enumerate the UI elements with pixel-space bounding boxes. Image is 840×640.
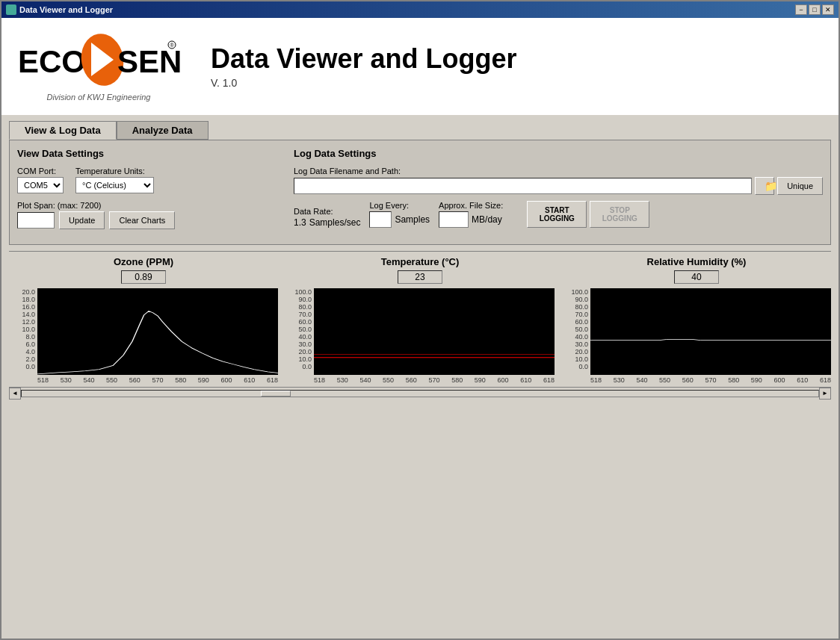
divider <box>9 251 831 252</box>
humidity-chart-wrapper: 100.0 90.0 80.0 70.0 60.0 50.0 40.0 30.0… <box>562 288 831 384</box>
temperature-chart-title: Temperature (°C) <box>381 256 460 267</box>
title-bar: Data Viewer and Logger − □ ✕ <box>1 1 839 18</box>
title-bar-buttons: − □ ✕ <box>795 4 834 15</box>
ozone-value: 0.89 <box>121 270 166 284</box>
ozone-svg <box>37 288 278 375</box>
start-logging-button[interactable]: START LOGGING <box>527 201 587 228</box>
com-port-row: COM Port: COM5 COM1 COM2 COM3 COM4 Tempe… <box>17 167 286 193</box>
file-size-row: 3.7 MB/day <box>439 211 503 228</box>
temperature-value: 23 <box>398 270 442 284</box>
humidity-svg <box>590 288 831 375</box>
humidity-chart-and-xaxis: 518 530 540 550 560 570 580 590 600 610 … <box>590 288 831 384</box>
scrollbar-track <box>21 390 819 397</box>
ozone-y-axis: 20.0 18.0 16.0 14.0 12.0 10.0 8.0 6.0 4.… <box>9 288 37 384</box>
plot-span-group: Plot Span: (max: 7200) 100 Update Clear … <box>17 201 175 229</box>
tab-view-log-label: View & Log Data <box>25 125 101 136</box>
stop-logging-button[interactable]: STOP LOGGING <box>590 201 649 228</box>
temperature-svg <box>314 288 555 375</box>
app-title: Data Viewer and Logger <box>211 44 824 74</box>
ozone-x-axis: 518 530 540 550 560 570 580 590 600 610 … <box>37 375 278 384</box>
title-bar-text: Data Viewer and Logger <box>6 4 113 15</box>
svg-rect-7 <box>314 288 555 375</box>
temperature-y-axis: 100.0 90.0 80.0 70.0 60.0 50.0 40.0 30.0… <box>285 288 314 384</box>
header: ECO SENSORS ® Division of KWJ Engineerin… <box>1 18 839 115</box>
humidity-chart-title: Relative Humidity (%) <box>647 256 747 267</box>
data-rate-value-row: 1.3 Samples/sec <box>294 217 360 228</box>
plot-span-input[interactable]: 100 <box>17 212 55 229</box>
logo-area: ECO SENSORS ® Division of KWJ Engineerin… <box>16 31 181 102</box>
logo-subtitle: Division of KWJ Engineering <box>47 93 151 102</box>
ozone-chart-container: Ozone (PPM) 0.89 20.0 18.0 16.0 14.0 12.… <box>9 256 278 384</box>
app-title-area: Data Viewer and Logger V. 1.0 <box>211 44 824 89</box>
humidity-canvas <box>590 288 831 375</box>
temp-units-group: Temperature Units: °C (Celcius) °F (Fahr… <box>75 167 154 193</box>
view-data-panel: View Data Settings COM Port: COM5 COM1 C… <box>17 148 286 237</box>
humidity-x-axis: 518 530 540 550 560 570 580 590 600 610 … <box>590 375 831 384</box>
view-data-title: View Data Settings <box>17 148 286 159</box>
temperature-chart-and-xaxis: 518 530 540 550 560 570 580 590 600 610 … <box>314 288 555 384</box>
data-rate-unit: Samples/sec <box>309 217 361 228</box>
humidity-chart-container: Relative Humidity (%) 40 100.0 90.0 80.0… <box>562 256 831 384</box>
com-port-select[interactable]: COM5 COM1 COM2 COM3 COM4 <box>17 177 64 193</box>
data-rate-label: Data Rate: <box>294 207 360 216</box>
log-every-group: Log Every: 1 Samples <box>369 201 430 228</box>
com-port-label: COM Port: <box>17 167 64 175</box>
title-bar-label: Data Viewer and Logger <box>19 5 113 14</box>
temperature-chart-container: Temperature (°C) 23 100.0 90.0 80.0 70.0… <box>285 256 555 384</box>
file-size-group: Approx. File Size: 3.7 MB/day <box>439 201 503 228</box>
minimize-button[interactable]: − <box>795 4 807 15</box>
temp-units-label: Temperature Units: <box>75 167 154 175</box>
log-filename-group: Log Data Filename and Path: C:\2012-11-1… <box>294 167 823 195</box>
plot-span-label: Plot Span: (max: 7200) <box>17 201 175 210</box>
plot-span-row: Plot Span: (max: 7200) 100 Update Clear … <box>17 201 286 229</box>
app-version: V. 1.0 <box>211 77 824 89</box>
svg-text:ECO: ECO <box>18 44 86 79</box>
ozone-chart-and-xaxis: 518 530 540 550 560 570 580 590 600 610 … <box>37 288 278 384</box>
close-button[interactable]: ✕ <box>822 4 834 15</box>
svg-rect-6 <box>37 288 278 375</box>
scroll-left-button[interactable]: ◄ <box>9 388 21 400</box>
log-every-unit: Samples <box>395 214 430 225</box>
main-content: View Data Settings COM Port: COM5 COM1 C… <box>1 140 839 639</box>
svg-text:SENSORS: SENSORS <box>117 44 181 79</box>
logo-image: ECO SENSORS ® <box>16 31 181 91</box>
svg-text:®: ® <box>170 43 175 48</box>
log-filename-label: Log Data Filename and Path: <box>294 167 823 175</box>
temperature-x-axis: 518 530 540 550 560 570 580 590 600 610 … <box>314 375 555 384</box>
log-every-input[interactable]: 1 <box>369 211 392 228</box>
temp-units-select[interactable]: °C (Celcius) °F (Fahrenheit) K (Kelvin) <box>75 177 154 193</box>
tabs-area: View & Log Data Analyze Data <box>1 115 839 140</box>
log-data-panel: Log Data Settings Log Data Filename and … <box>294 148 823 237</box>
tab-analyze[interactable]: Analyze Data <box>117 121 209 140</box>
file-size-label: Approx. File Size: <box>439 201 503 210</box>
clear-charts-button[interactable]: Clear Charts <box>109 211 175 229</box>
maximize-button[interactable]: □ <box>809 4 821 15</box>
tab-analyze-label: Analyze Data <box>132 125 193 136</box>
log-filename-input[interactable]: C:\2012-11-19-082634-EcoSensors-Data.txt <box>294 178 752 194</box>
horizontal-scrollbar[interactable]: ◄ ► <box>9 387 831 399</box>
main-window: Data Viewer and Logger − □ ✕ ECO SENSORS… <box>0 0 840 640</box>
data-rate-value: 1.3 <box>294 217 306 228</box>
ozone-canvas <box>37 288 278 375</box>
folder-browse-button[interactable]: 📁 <box>755 177 774 195</box>
ozone-chart-wrapper: 20.0 18.0 16.0 14.0 12.0 10.0 8.0 6.0 4.… <box>9 288 278 384</box>
scroll-right-button[interactable]: ► <box>819 388 831 400</box>
tab-view-log[interactable]: View & Log Data <box>9 121 117 140</box>
update-button[interactable]: Update <box>59 211 105 229</box>
humidity-y-axis: 100.0 90.0 80.0 70.0 60.0 50.0 40.0 30.0… <box>562 288 590 384</box>
temperature-chart-wrapper: 100.0 90.0 80.0 70.0 60.0 50.0 40.0 30.0… <box>285 288 555 384</box>
log-every-row: 1 Samples <box>369 211 430 228</box>
file-size-input[interactable]: 3.7 <box>439 211 469 228</box>
scrollbar-thumb[interactable] <box>261 391 291 397</box>
unique-button[interactable]: Unique <box>777 177 823 195</box>
log-every-label: Log Every: <box>369 201 430 210</box>
top-panels: View Data Settings COM Port: COM5 COM1 C… <box>9 140 831 245</box>
app-icon <box>6 4 16 15</box>
log-data-rates: Data Rate: 1.3 Samples/sec Log Every: 1 … <box>294 201 823 228</box>
ozone-chart-title: Ozone (PPM) <box>114 256 173 267</box>
charts-area: Ozone (PPM) 0.89 20.0 18.0 16.0 14.0 12.… <box>9 256 831 384</box>
humidity-value: 40 <box>674 270 719 284</box>
temperature-canvas <box>314 288 555 375</box>
log-data-title: Log Data Settings <box>294 148 823 159</box>
file-size-unit: MB/day <box>472 214 502 225</box>
